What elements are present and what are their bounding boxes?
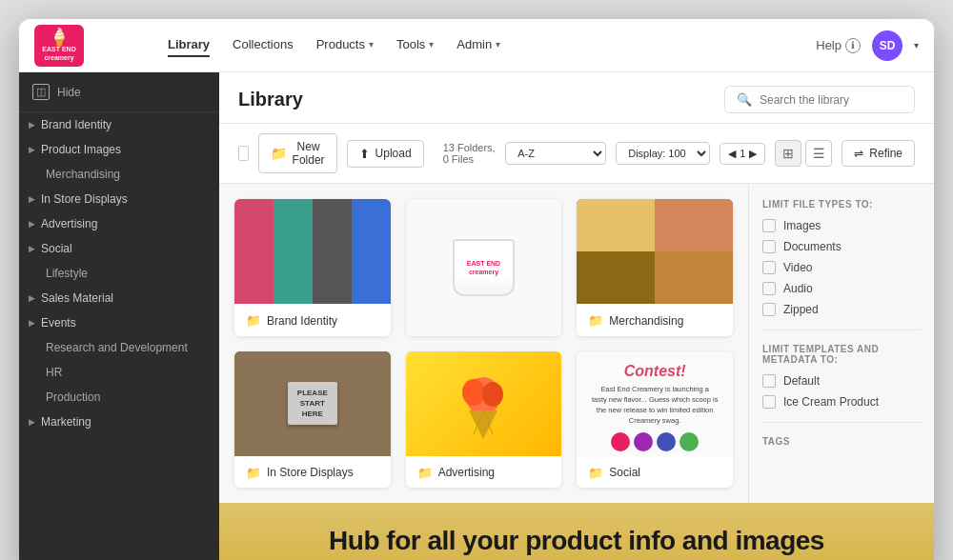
nav-links: Library Collections Products ▾ Tools ▾ A… <box>168 33 816 57</box>
filter-zipped-checkbox[interactable] <box>762 303 776 316</box>
svg-point-2 <box>482 382 503 407</box>
file-types-title: LIMIT FILE TYPES TO: <box>762 199 921 210</box>
logo-text: EAST ENDcreamery <box>42 46 75 62</box>
logo-area: 🍦 EAST ENDcreamery <box>34 25 168 67</box>
folder-label-merchandising: 📁 Merchandising <box>577 304 733 336</box>
refine-button[interactable]: ⇌ Refine <box>841 140 915 167</box>
upload-button[interactable]: ⬆ Upload <box>347 140 424 168</box>
page-number: 1 <box>740 148 745 159</box>
sidebar-item-lifestyle[interactable]: Lifestyle <box>19 261 219 286</box>
folder-icon: 📁 <box>588 466 603 480</box>
search-area[interactable]: 🔍 <box>724 86 915 113</box>
sidebar-item-in-store-displays[interactable]: ▶ In Store Displays <box>19 187 219 211</box>
sidebar-hide-icon: ◫ <box>32 84 50 100</box>
browser-window: 🍦 EAST ENDcreamery Library Collections P… <box>19 19 934 560</box>
folder-card-product-images[interactable]: EAST ENDcreamery 📁 Product Images <box>406 199 562 336</box>
next-page-button[interactable]: ▶ <box>749 148 757 160</box>
sidebar-item-production[interactable]: Production <box>19 385 219 410</box>
filter-video-checkbox[interactable] <box>762 261 776 274</box>
nav-admin[interactable]: Admin ▾ <box>456 33 500 57</box>
folder-icon: 📁 <box>588 313 603 328</box>
sidebar-item-hr[interactable]: HR <box>19 360 219 385</box>
tags-title: TAGS <box>762 436 921 447</box>
admin-dropdown-arrow: ▾ <box>496 39 500 50</box>
sidebar-item-merchandising[interactable]: Merchandising <box>19 162 219 187</box>
filter-ice-cream-product[interactable]: Ice Cream Product <box>762 395 921 409</box>
folder-thumb-product-images: EAST ENDcreamery <box>406 199 562 336</box>
filter-video[interactable]: Video <box>762 261 921 274</box>
folder-card-brand-identity[interactable]: 📁 Brand Identity <box>234 199 391 336</box>
chevron-right-icon: ▶ <box>29 318 35 328</box>
tools-dropdown-arrow: ▾ <box>429 39 434 50</box>
new-folder-button[interactable]: 📁 New Folder <box>258 133 337 173</box>
library-header: Library 🔍 <box>219 72 934 124</box>
grid-view-button[interactable]: ⊞ <box>775 140 801 167</box>
filter-ice-cream-product-checkbox[interactable] <box>762 395 776 409</box>
nav-library[interactable]: Library <box>168 33 210 57</box>
brand-identity-thumbnail <box>234 199 391 304</box>
nav-tools[interactable]: Tools ▾ <box>396 33 434 57</box>
filter-images-checkbox[interactable] <box>762 219 776 232</box>
filter-divider-2 <box>762 422 921 423</box>
color-stripe-teal <box>274 199 313 304</box>
logo[interactable]: 🍦 EAST ENDcreamery <box>34 25 84 67</box>
nav-products[interactable]: Products ▾ <box>316 33 374 57</box>
sidebar-item-advertising[interactable]: ▶ Advertising <box>19 211 219 236</box>
avatar[interactable]: SD <box>872 30 902 61</box>
products-dropdown-arrow: ▾ <box>369 39 374 50</box>
chevron-right-icon: ▶ <box>29 120 35 130</box>
help-icon: ℹ <box>845 38 861 53</box>
filter-default[interactable]: Default <box>762 374 921 388</box>
sidebar-item-sales-material[interactable]: ▶ Sales Material <box>19 286 219 310</box>
logo-icon: 🍦 <box>49 29 70 46</box>
folder-label-advertising: 📁 Advertising <box>406 456 562 489</box>
library-title: Library <box>238 89 303 110</box>
filter-audio[interactable]: Audio <box>762 282 921 295</box>
sidebar-item-product-images[interactable]: ▶ Product Images <box>19 137 219 162</box>
templates-title: LIMIT TEMPLATES AND METADATA TO: <box>762 344 921 365</box>
chevron-right-icon: ▶ <box>29 417 35 427</box>
filter-documents-checkbox[interactable] <box>762 240 776 253</box>
color-stripe-pink <box>234 199 274 304</box>
folder-card-social[interactable]: Contest! East End Creamery is launching … <box>577 351 733 489</box>
view-toggle: ⊞ ☰ <box>775 140 832 167</box>
svg-marker-4 <box>469 410 497 439</box>
folder-plus-icon: 📁 <box>271 146 287 161</box>
nav-right: Help ℹ SD ▾ <box>816 30 919 61</box>
main-area: ◫ Hide ▶ Brand Identity ▶ Product Images… <box>19 72 934 560</box>
filter-audio-checkbox[interactable] <box>762 282 776 295</box>
upload-icon: ⬆ <box>359 147 370 161</box>
select-all-checkbox[interactable] <box>238 146 249 161</box>
sidebar-item-marketing[interactable]: ▶ Marketing <box>19 410 219 434</box>
folder-grid: 📁 Brand Identity EAST ENDcreamery 📁 <box>219 184 748 503</box>
folder-icon: 📁 <box>246 313 261 328</box>
sidebar-item-social[interactable]: ▶ Social <box>19 236 219 261</box>
chevron-right-icon: ▶ <box>29 293 35 303</box>
folder-thumb-advertising <box>406 351 562 456</box>
list-view-button[interactable]: ☰ <box>805 140 832 167</box>
filter-default-checkbox[interactable] <box>762 374 776 388</box>
filter-images[interactable]: Images <box>762 219 921 232</box>
folder-thumb-social: Contest! East End Creamery is launching … <box>577 351 733 456</box>
help-button[interactable]: Help ℹ <box>816 38 861 53</box>
nav-collections[interactable]: Collections <box>233 33 294 57</box>
sidebar-item-brand-identity[interactable]: ▶ Brand Identity <box>19 112 219 137</box>
filter-documents[interactable]: Documents <box>762 240 921 253</box>
chevron-right-icon: ▶ <box>29 244 35 253</box>
sidebar-item-r-and-d[interactable]: Research and Development <box>19 335 219 360</box>
chevron-right-icon: ▶ <box>29 145 35 154</box>
search-input[interactable] <box>760 93 902 107</box>
avatar-dropdown-arrow[interactable]: ▾ <box>914 40 919 50</box>
folder-card-merchandising[interactable]: 📁 Merchandising <box>577 199 733 336</box>
sidebar-hide-button[interactable]: ◫ Hide <box>19 72 219 112</box>
folder-card-in-store-displays[interactable]: PLEASESTARTHERE 📁 In Store Displays <box>234 351 391 489</box>
sort-select[interactable]: A-Z Z-A Date Modified Date Created <box>505 142 606 165</box>
filter-zipped[interactable]: Zipped <box>762 303 921 316</box>
prev-page-button[interactable]: ◀ <box>728 148 736 160</box>
folder-card-advertising[interactable]: 📁 Advertising <box>406 351 562 489</box>
folder-thumb-brand-identity <box>234 199 391 304</box>
chevron-right-icon: ▶ <box>29 194 35 204</box>
display-select[interactable]: Display: 100 Display: 50 Display: 25 <box>616 142 710 165</box>
sidebar-item-events[interactable]: ▶ Events <box>19 310 219 335</box>
folder-label-in-store-displays: 📁 In Store Displays <box>234 456 391 489</box>
